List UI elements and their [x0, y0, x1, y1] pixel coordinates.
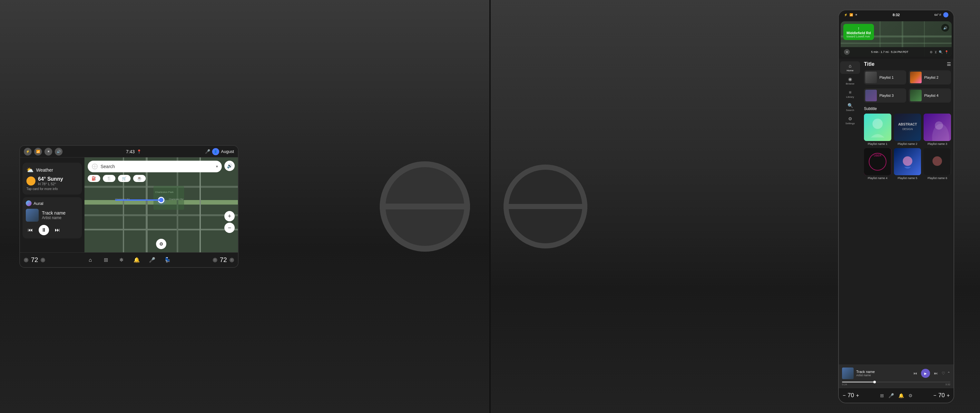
poi-shopping-button[interactable]: 🛒 [118, 175, 130, 182]
phone-temp-minus-left[interactable]: − [843, 393, 846, 399]
phone-nav-mic-button[interactable]: 🎤 [888, 393, 894, 398]
phone-temp-minus-right[interactable]: − [933, 393, 936, 399]
playlist-large-item-6[interactable]: Playlist name 6 [924, 148, 951, 180]
svg-text:UBER: UBER [874, 154, 882, 157]
nav-apps-button[interactable]: ⊞ [100, 255, 111, 265]
nav-settings-icon[interactable]: ⚙ [930, 50, 932, 54]
phone-app-area: ⌂ Home ◉ Browse ≡ Library 🔍 Search ⚙ [839, 59, 954, 365]
phone-nav-settings-button[interactable]: ⚙ [908, 393, 913, 398]
svg-text:ABSTRACT: ABSTRACT [898, 122, 917, 126]
phone-nav-card[interactable]: ↑ Middlefield Rd toward Lowell Ave 🔊 ✕ 5… [841, 21, 951, 57]
weather-icon: ⛅ [26, 166, 33, 174]
playlist-item-1[interactable]: Playlist 1 [864, 70, 906, 85]
phone-temp-left: − 70 + [843, 392, 859, 399]
poi-food-button[interactable]: 🍴 [103, 175, 115, 182]
nav-home-button[interactable]: ⌂ [85, 255, 95, 265]
temp-left-value: 72 [31, 256, 38, 264]
svg-point-2 [872, 119, 883, 129]
search-bar[interactable]: Search ▾ [88, 161, 222, 172]
signal-icon: 📶 [34, 148, 42, 156]
map-settings-button[interactable]: ⚙ [156, 239, 166, 249]
sidebar-item-settings[interactable]: ⚙ Settings [840, 114, 860, 127]
playlist-item-3[interactable]: Playlist 3 [864, 88, 906, 103]
music-track-row: Track name Artist name [26, 209, 79, 222]
player-heart-button[interactable]: ♡ [942, 371, 945, 376]
settings-icon: ⚙ [848, 116, 852, 121]
artist-name: Artist name [42, 215, 65, 220]
browse-icon: ◉ [848, 77, 852, 81]
temp-right-up-button[interactable]: › [229, 258, 234, 262]
aural-logo-icon [26, 200, 32, 206]
progress-times: 0:24 3:32 [842, 383, 950, 386]
bottom-nav: ⌂ ⊞ ❄ 🔔 🎤 💺 [85, 255, 173, 265]
temp-left-up-button[interactable]: › [41, 258, 45, 262]
svg-point-8 [935, 121, 943, 129]
sun-icon [26, 177, 35, 185]
phone-nav-grid-button[interactable]: ⊞ [880, 393, 884, 398]
svg-point-15 [932, 156, 942, 166]
album-art [26, 209, 39, 222]
playlist-large-label-2: Playlist name 2 [894, 142, 921, 145]
playlist-item-2[interactable]: Playlist 2 [909, 70, 951, 85]
nav-mic-button[interactable]: 🎤 [147, 255, 158, 265]
temp-right-down-button[interactable]: ‹ [213, 258, 217, 262]
phone-status-icons-left: ⚡ 📶 ☀ [844, 13, 858, 16]
aa-map: Amphitheatre Pkwy Charleston Park Charle… [84, 158, 238, 252]
progress-bar[interactable] [842, 382, 950, 382]
map-road-h3 [84, 229, 238, 230]
prev-button[interactable]: ⏮ [26, 226, 35, 234]
left-panel: ⚡ 📶 ☀ 🔊 7:43 📍 🎤 👤 August [0, 0, 489, 413]
phone-signal-icon: 📶 [850, 13, 853, 16]
playlist-name-3: Playlist 3 [880, 94, 894, 97]
music-header: Aural [26, 200, 79, 206]
aa-status-icons-left: ⚡ 📶 ☀ 🔊 [24, 148, 62, 156]
nav-eta-bar: ✕ 5 min · 1.7 mi · 5:24 PM PDT ⚙ ⊻ 🔍 📍 [841, 47, 951, 57]
weather-header: ⛅ Weather [26, 166, 78, 174]
weather-card[interactable]: ⛅ Weather 64° Sunny H 78° L 52° [22, 163, 82, 195]
playlist-large-item-2[interactable]: ABSTRACT DESIGN Playlist name 2 [894, 113, 921, 145]
playlist-name-2: Playlist 2 [924, 75, 939, 80]
phone-temp-plus-right[interactable]: + [947, 393, 950, 399]
phone-content: Title ☰ Playlist 1 Playlist 2 [861, 59, 954, 365]
subtitle-label: Subtitle [864, 107, 951, 111]
nav-bell-button[interactable]: 🔔 [132, 255, 142, 265]
nav-fan-button[interactable]: ❄ [116, 255, 126, 265]
player-prev-button[interactable]: ⏮ [912, 370, 919, 377]
playlist-item-4[interactable]: Playlist 4 [909, 88, 951, 103]
playlist-thumb-1 [865, 72, 877, 83]
sidebar-item-search[interactable]: 🔍 Search [840, 101, 860, 113]
player-play-button[interactable]: ▶ [921, 369, 930, 378]
next-button[interactable]: ⏭ [53, 226, 62, 234]
phone-time: 8:32 [892, 13, 900, 17]
sidebar-item-library[interactable]: ≡ Library [840, 88, 860, 100]
temp-main: 64° Sunny [38, 176, 63, 182]
svg-point-13 [903, 156, 912, 166]
nav-close-button[interactable]: ✕ [844, 49, 850, 55]
bluetooth-icon: ⚡ [24, 148, 32, 156]
player-expand-button[interactable]: ⌃ [947, 371, 950, 376]
poi-coffee-button[interactable]: ☕ [133, 175, 146, 182]
map-volume-button[interactable]: 🔊 [224, 161, 235, 171]
play-pause-button[interactable]: ⏸ [39, 225, 49, 235]
sidebar-item-browse[interactable]: ◉ Browse [840, 75, 860, 87]
playlist-large-item-3[interactable]: Playlist name 3 [924, 113, 951, 145]
poi-gas-button[interactable]: ⛽ [88, 175, 100, 182]
playlist-large-item-1[interactable]: Playlist name 1 [864, 113, 891, 145]
aa-bottom-bar: ‹ 72 › ⌂ ⊞ ❄ 🔔 🎤 💺 ‹ 72 › [20, 252, 238, 267]
phone-temp: 64° F [934, 13, 941, 16]
nav-search-icon[interactable]: 🔍 [939, 50, 943, 54]
phone-nav-bell-button[interactable]: 🔔 [899, 393, 904, 398]
nav-route-icon[interactable]: ⊻ [935, 50, 937, 54]
player-next-button[interactable]: ⏭ [932, 370, 940, 377]
queue-icon[interactable]: ☰ [947, 62, 951, 67]
playlist-large-item-4[interactable]: UBER Playlist name 4 [864, 148, 891, 180]
playlist-large-item-5[interactable]: Playlist name 5 [894, 148, 921, 180]
nav-pin-icon[interactable]: 📍 [945, 50, 948, 54]
phone-temp-plus-left[interactable]: + [856, 393, 859, 399]
zoom-out-button[interactable]: − [224, 223, 235, 233]
library-icon: ≡ [849, 90, 851, 95]
nav-seat-button[interactable]: 💺 [162, 255, 173, 265]
sidebar-item-home[interactable]: ⌂ Home [840, 61, 860, 74]
temp-left-down-button[interactable]: ‹ [24, 258, 29, 262]
zoom-in-button[interactable]: + [224, 211, 235, 221]
